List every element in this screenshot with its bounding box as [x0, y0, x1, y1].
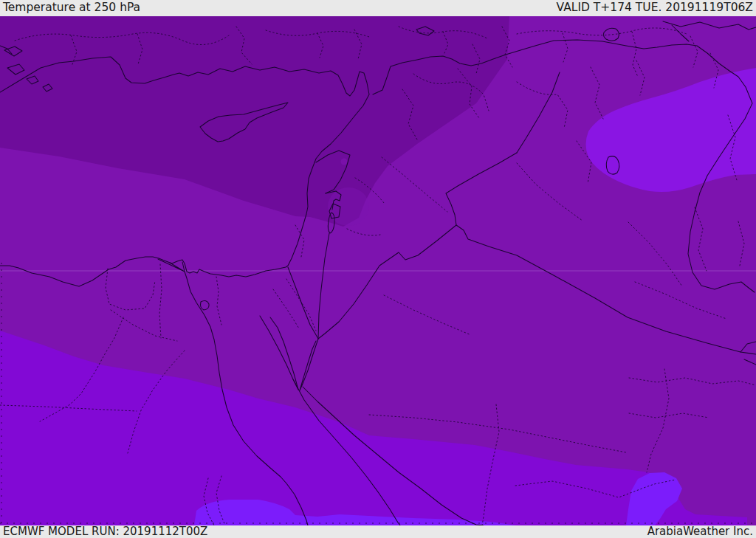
weather-map-viewport: Temperature at 250 hPa VALID T+174 TUE. … — [0, 0, 756, 538]
temp-shading-lebanon-dot — [341, 159, 348, 165]
header-bar: Temperature at 250 hPa VALID T+174 TUE. … — [0, 0, 756, 16]
footer-bar: ECMWF MODEL RUN: 20191112T00Z ArabiaWeat… — [0, 525, 756, 538]
provider-credit: ArabiaWeather Inc. — [647, 526, 753, 537]
map-title: Temperature at 250 hPa — [3, 2, 140, 14]
temp-shading-galilee-patch — [328, 187, 369, 226]
model-run-label: ECMWF MODEL RUN: 20191112T00Z — [3, 526, 207, 537]
valid-time-label: VALID T+174 TUE. 20191119T06Z — [557, 2, 753, 14]
temperature-map-canvas — [0, 0, 756, 538]
